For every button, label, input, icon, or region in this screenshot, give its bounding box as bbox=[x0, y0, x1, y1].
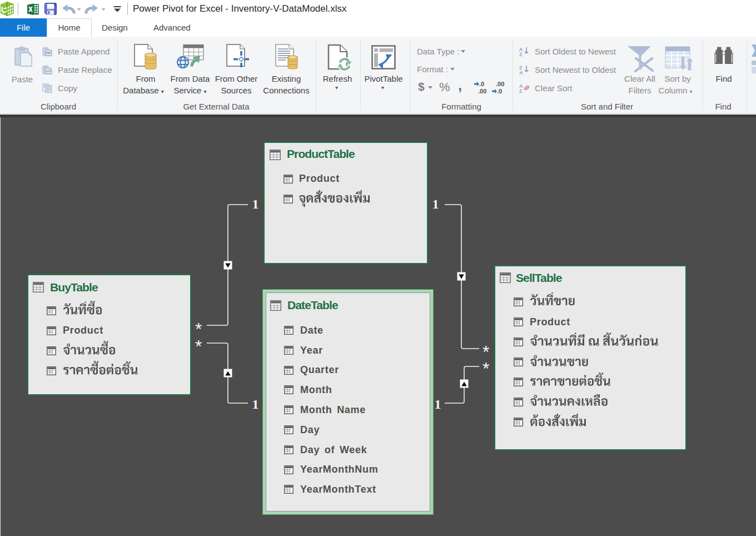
svg-text:1: 1 bbox=[432, 197, 439, 211]
svg-text:*: * bbox=[483, 359, 489, 379]
svg-text:.00: .00 bbox=[478, 88, 486, 95]
svg-text:*: * bbox=[195, 336, 202, 356]
svg-text:.0: .0 bbox=[497, 88, 502, 95]
svg-text:1: 1 bbox=[435, 397, 441, 411]
svg-text:A: A bbox=[519, 70, 523, 75]
svg-text:Z: Z bbox=[519, 52, 523, 56]
svg-text:1: 1 bbox=[252, 197, 259, 211]
svg-text:.0: .0 bbox=[479, 81, 484, 87]
svg-text:Z: Z bbox=[519, 88, 523, 93]
svg-text:.00: .00 bbox=[496, 81, 504, 87]
svg-text:1: 1 bbox=[252, 397, 259, 411]
